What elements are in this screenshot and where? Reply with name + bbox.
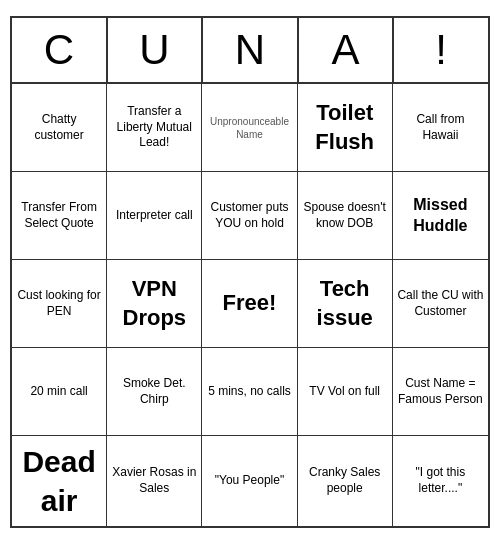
cell-21[interactable]: Xavier Rosas in Sales — [107, 436, 202, 526]
cell-18[interactable]: TV Vol on full — [298, 348, 393, 436]
title-letter-u: U — [108, 18, 204, 82]
cell-0[interactable]: Chatty customer — [12, 84, 107, 172]
cell-10[interactable]: Cust looking for PEN — [12, 260, 107, 348]
cell-12[interactable]: Free! — [202, 260, 297, 348]
bingo-card: C U N A ! Chatty customer Transfer a Lib… — [10, 16, 490, 528]
cell-17[interactable]: 5 mins, no calls — [202, 348, 297, 436]
title-letter-exclaim: ! — [394, 18, 488, 82]
cell-13[interactable]: Tech issue — [298, 260, 393, 348]
cell-1[interactable]: Transfer a Liberty Mutual Lead! — [107, 84, 202, 172]
bingo-grid: Chatty customer Transfer a Liberty Mutua… — [12, 84, 488, 526]
cell-8[interactable]: Spouse doesn't know DOB — [298, 172, 393, 260]
cell-22[interactable]: "You People" — [202, 436, 297, 526]
cell-11[interactable]: VPN Drops — [107, 260, 202, 348]
cell-15[interactable]: 20 min call — [12, 348, 107, 436]
cell-3[interactable]: Toilet Flush — [298, 84, 393, 172]
cell-20[interactable]: Dead air — [12, 436, 107, 526]
title-letter-c: C — [12, 18, 108, 82]
cell-7[interactable]: Customer puts YOU on hold — [202, 172, 297, 260]
bingo-title: C U N A ! — [12, 18, 488, 84]
cell-14[interactable]: Call the CU with Customer — [393, 260, 488, 348]
cell-9[interactable]: Missed Huddle — [393, 172, 488, 260]
cell-19[interactable]: Cust Name = Famous Person — [393, 348, 488, 436]
cell-6[interactable]: Interpreter call — [107, 172, 202, 260]
title-letter-n: N — [203, 18, 299, 82]
cell-23[interactable]: Cranky Sales people — [298, 436, 393, 526]
cell-2[interactable]: Unpronounceable Name — [202, 84, 297, 172]
title-letter-a: A — [299, 18, 395, 82]
cell-16[interactable]: Smoke Det. Chirp — [107, 348, 202, 436]
cell-24[interactable]: "I got this letter...." — [393, 436, 488, 526]
cell-5[interactable]: Transfer From Select Quote — [12, 172, 107, 260]
cell-4[interactable]: Call from Hawaii — [393, 84, 488, 172]
